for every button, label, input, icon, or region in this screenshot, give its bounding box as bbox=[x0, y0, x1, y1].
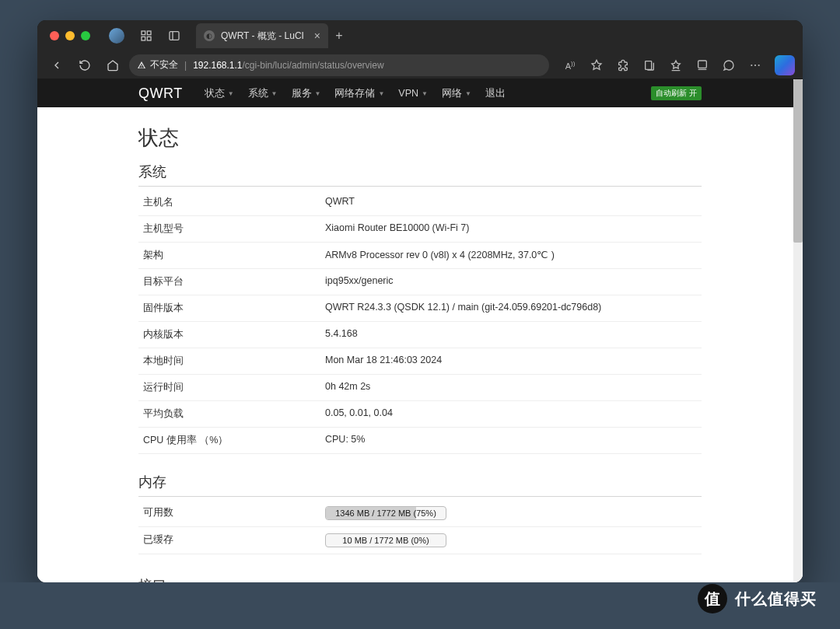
progress-text: 10 MB / 1772 MB (0%) bbox=[326, 534, 446, 547]
row-value: ARMv8 Processor rev 0 (v8l) x 4 (2208MHz… bbox=[325, 249, 697, 262]
row-label: 目标平台 bbox=[143, 275, 325, 288]
favorites-bar-icon[interactable] bbox=[664, 54, 688, 76]
back-button[interactable] bbox=[45, 54, 68, 76]
system-row: 主机名QWRT bbox=[138, 190, 702, 216]
section-interfaces-heading: 接口 bbox=[138, 576, 702, 582]
progress-bar: 10 MB / 1772 MB (0%) bbox=[325, 533, 446, 547]
svg-rect-6 bbox=[646, 61, 652, 69]
nav-item-6[interactable]: 退出 bbox=[485, 87, 506, 100]
tab-close-icon[interactable]: × bbox=[314, 30, 320, 42]
progress-bar: 1346 MB / 1772 MB (75%) bbox=[325, 506, 446, 520]
luci-top-nav: QWRT 状态▼系统▼服务▼网络存储▼VPN▼网络▼退出 自动刷新 开 bbox=[37, 79, 803, 107]
chevron-down-icon: ▼ bbox=[422, 90, 428, 97]
workspaces-icon[interactable] bbox=[135, 25, 157, 47]
svg-rect-8 bbox=[698, 61, 707, 68]
nav-item-3[interactable]: 网络存储▼ bbox=[334, 87, 384, 100]
chevron-down-icon: ▼ bbox=[315, 90, 321, 97]
row-label: 固件版本 bbox=[143, 302, 325, 315]
toolbar-right: A)) bbox=[558, 54, 795, 76]
url-path: /cgi-bin/luci/admin/status/overview bbox=[243, 60, 384, 71]
extensions-icon[interactable] bbox=[611, 54, 635, 76]
url-host: 192.168.1.1 bbox=[193, 60, 242, 71]
system-row: 固件版本QWRT R24.3.3 (QSDK 12.1) / main (git… bbox=[138, 295, 702, 322]
system-row: 本地时间Mon Mar 18 21:46:03 2024 bbox=[138, 348, 702, 375]
row-label: CPU 使用率 （%） bbox=[143, 434, 325, 447]
read-aloud-icon[interactable]: A)) bbox=[558, 54, 582, 76]
brand-label[interactable]: QWRT bbox=[138, 86, 183, 102]
insecure-label: 不安全 bbox=[150, 58, 178, 72]
scrollbar-track[interactable] bbox=[793, 79, 803, 582]
memory-table: 可用数1346 MB / 1772 MB (75%)已缓存10 MB / 177… bbox=[138, 500, 702, 554]
profile-avatar[interactable] bbox=[109, 28, 124, 44]
system-row: 平均负载0.05, 0.01, 0.04 bbox=[138, 401, 702, 428]
system-row: 运行时间0h 42m 2s bbox=[138, 375, 702, 401]
maximize-window-button[interactable] bbox=[81, 31, 90, 40]
svg-point-12 bbox=[758, 64, 760, 65]
refresh-button[interactable] bbox=[73, 54, 96, 76]
tab-title: QWRT - 概览 - LuCI bbox=[221, 30, 304, 43]
nav-item-4[interactable]: VPN▼ bbox=[398, 87, 428, 100]
home-button[interactable] bbox=[101, 54, 124, 76]
row-value: QWRT bbox=[325, 196, 697, 209]
progress-text: 1346 MB / 1772 MB (75%) bbox=[326, 507, 446, 519]
insecure-badge: 不安全 bbox=[137, 58, 178, 72]
tab-strip: ◐ QWRT - 概览 - LuCI × + bbox=[196, 23, 350, 48]
close-window-button[interactable] bbox=[50, 31, 59, 40]
auto-refresh-badge[interactable]: 自动刷新 开 bbox=[651, 86, 702, 100]
row-label: 主机名 bbox=[143, 196, 325, 209]
section-system-heading: 系统 bbox=[138, 162, 702, 187]
viewport: QWRT 状态▼系统▼服务▼网络存储▼VPN▼网络▼退出 自动刷新 开 状态 系… bbox=[37, 79, 803, 582]
memory-row: 已缓存10 MB / 1772 MB (0%) bbox=[138, 527, 702, 554]
svg-rect-4 bbox=[170, 32, 179, 40]
section-memory-heading: 内存 bbox=[138, 473, 702, 497]
minimize-window-button[interactable] bbox=[65, 31, 75, 40]
system-row: 内核版本5.4.168 bbox=[138, 322, 702, 348]
svg-point-11 bbox=[754, 64, 756, 65]
favorite-icon[interactable] bbox=[585, 54, 608, 76]
row-label: 主机型号 bbox=[143, 222, 325, 236]
page-title: 状态 bbox=[138, 124, 702, 152]
nav-item-1[interactable]: 系统▼ bbox=[248, 87, 278, 100]
memory-row: 可用数1346 MB / 1772 MB (75%) bbox=[138, 500, 702, 527]
system-row: 目标平台ipq95xx/generic bbox=[138, 269, 702, 295]
chevron-down-icon: ▼ bbox=[228, 90, 234, 97]
nav-item-5[interactable]: 网络▼ bbox=[442, 87, 471, 100]
system-row: 架构ARMv8 Processor rev 0 (v8l) x 4 (2208M… bbox=[138, 243, 702, 269]
titlebar: ◐ QWRT - 概览 - LuCI × + bbox=[37, 20, 803, 51]
scrollbar-thumb[interactable] bbox=[793, 79, 803, 243]
svg-rect-1 bbox=[147, 31, 151, 35]
tab-favicon: ◐ bbox=[204, 30, 215, 41]
row-value: Xiaomi Router BE10000 (Wi-Fi 7) bbox=[325, 222, 697, 236]
chevron-down-icon: ▼ bbox=[271, 90, 278, 97]
row-label: 本地时间 bbox=[143, 355, 325, 368]
svg-rect-2 bbox=[142, 37, 145, 40]
copilot-icon[interactable] bbox=[775, 55, 795, 75]
row-value: ipq95xx/generic bbox=[325, 275, 697, 288]
row-label: 运行时间 bbox=[143, 381, 325, 394]
system-row: CPU 使用率 （%）CPU: 5% bbox=[138, 428, 702, 454]
page-body: 状态 系统 主机名QWRT主机型号Xiaomi Router BE10000 (… bbox=[37, 107, 803, 582]
sidebar-toggle-icon[interactable] bbox=[163, 25, 185, 47]
collections-icon[interactable] bbox=[638, 54, 661, 76]
row-label: 已缓存 bbox=[143, 533, 325, 547]
chevron-down-icon: ▼ bbox=[378, 90, 384, 97]
browser-window: ◐ QWRT - 概览 - LuCI × + 不安全 | 192.168.1.1… bbox=[37, 20, 803, 582]
row-label: 可用数 bbox=[143, 506, 325, 520]
row-value: Mon Mar 18 21:46:03 2024 bbox=[325, 355, 697, 368]
performance-icon[interactable] bbox=[717, 54, 740, 76]
nav-item-2[interactable]: 服务▼ bbox=[292, 87, 321, 100]
system-row: 主机型号Xiaomi Router BE10000 (Wi-Fi 7) bbox=[138, 216, 702, 243]
row-value: QWRT R24.3.3 (QSDK 12.1) / main (git-24.… bbox=[325, 302, 697, 315]
row-value: 0h 42m 2s bbox=[325, 381, 697, 394]
row-label: 内核版本 bbox=[143, 328, 325, 341]
new-tab-button[interactable]: + bbox=[328, 23, 350, 48]
nav-item-0[interactable]: 状态▼ bbox=[205, 87, 234, 100]
row-value: 5.4.168 bbox=[325, 328, 697, 341]
address-field[interactable]: 不安全 | 192.168.1.1/cgi-bin/luci/admin/sta… bbox=[129, 54, 549, 76]
window-controls bbox=[50, 31, 90, 40]
tab-luci[interactable]: ◐ QWRT - 概览 - LuCI × bbox=[196, 23, 328, 48]
system-table: 主机名QWRT主机型号Xiaomi Router BE10000 (Wi-Fi … bbox=[138, 190, 702, 454]
more-icon[interactable] bbox=[744, 54, 767, 76]
downloads-icon[interactable] bbox=[691, 54, 714, 76]
row-value: CPU: 5% bbox=[325, 434, 697, 447]
